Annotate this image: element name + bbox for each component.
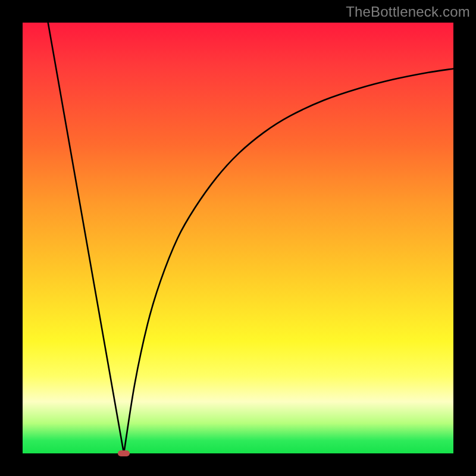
bottleneck-curve — [23, 23, 453, 453]
chart-frame: TheBottleneck.com — [0, 0, 476, 476]
watermark-label: TheBottleneck.com — [346, 4, 470, 20]
plot-area — [23, 23, 453, 453]
minimum-marker — [118, 450, 130, 456]
